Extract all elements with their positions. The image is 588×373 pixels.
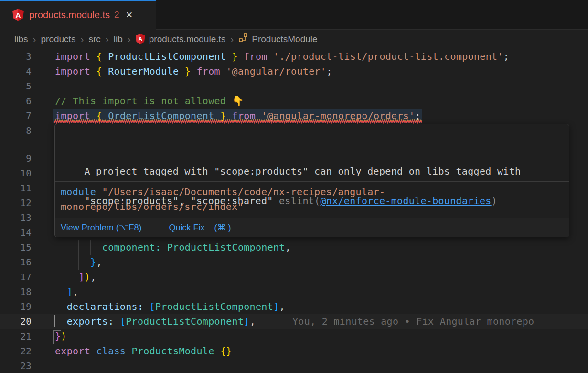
git-blame-annotation: You, 2 minutes ago • Fix Angular monorep…	[292, 314, 534, 329]
code-line-18[interactable]: 18 ],	[0, 285, 588, 299]
line-number: 10	[0, 166, 32, 181]
bracket-pair-guide-col0	[55, 238, 55, 314]
code-line-15[interactable]: 15 component: ProductListComponent,	[0, 240, 588, 255]
code-content: export class ProductsModule {}	[55, 344, 232, 359]
error-squiggle	[54, 119, 422, 124]
code-line-16[interactable]: 16 },	[0, 255, 588, 270]
ts-diagnostic-message: 'OrderListComponent' is declared but its…	[55, 124, 569, 144]
line-number: 18	[0, 285, 32, 299]
line-number: 16	[0, 255, 32, 270]
line-number: 14	[0, 225, 32, 240]
code-line-3[interactable]: 3import { ProductListComponent } from '.…	[0, 49, 588, 64]
line-number: 5	[0, 79, 32, 94]
code-content: ]),	[55, 270, 96, 285]
code-content: ],	[55, 285, 78, 299]
line-number: 22	[0, 344, 32, 359]
code-content: import { RouterModule } from '@angular/r…	[55, 64, 332, 79]
code-line-5[interactable]: 5	[0, 79, 588, 94]
bracket-match-highlight	[53, 330, 61, 344]
hover-status-bar: View Problem (⌥F8) Quick Fix... (⌘.)	[55, 218, 569, 237]
line-number: 15	[0, 240, 32, 255]
view-problem-button[interactable]: View Problem (⌥F8)	[61, 222, 141, 233]
code-content: exports: [ProductListComponent],	[55, 314, 256, 329]
code-line-17[interactable]: 17 ]),	[0, 270, 588, 285]
line-number: 17	[0, 270, 32, 285]
diagnostic-hover-popup: 'OrderListComponent' is declared but its…	[54, 124, 569, 237]
code-line-6[interactable]: 6// This import is not allowed 👇	[0, 94, 588, 109]
module-path-line2: monorepo/libs/orders/src/index"	[61, 201, 244, 212]
line-number: 20	[0, 314, 32, 329]
active-bracket-guide	[54, 315, 55, 327]
line-number: 21	[0, 329, 32, 344]
line-number: 19	[0, 299, 32, 314]
quick-fix-button[interactable]: Quick Fix... (⌘.)	[169, 222, 231, 233]
code-line-19[interactable]: 19 declarations: [ProductListComponent],	[0, 299, 588, 314]
line-number: 8	[0, 123, 32, 138]
indent-guide-col6	[90, 240, 91, 255]
indent-guide-col2	[67, 240, 67, 285]
code-line-23[interactable]: 23	[0, 359, 588, 373]
line-number: 3	[0, 49, 32, 64]
code-line-4[interactable]: 4import { RouterModule } from '@angular/…	[0, 64, 588, 79]
module-path-line1: "/Users/isaac/Documents/code/nx-recipes/…	[96, 186, 385, 197]
module-keyword: module	[61, 186, 96, 197]
vscode-window: { "tab": { "filename": "products.module.…	[0, 0, 588, 373]
line-number: 13	[0, 210, 32, 225]
code-content: declarations: [ProductListComponent],	[55, 299, 285, 314]
code-line-20[interactable]: 20 exports: [ProductListComponent],You, …	[0, 314, 588, 329]
line-number: 6	[0, 94, 32, 109]
line-number: 23	[0, 359, 32, 373]
line-number: 9	[0, 151, 32, 166]
code-line-21[interactable]: 21})	[0, 329, 588, 344]
code-content: // This import is not allowed 👇	[55, 94, 244, 109]
line-number: 7	[0, 109, 32, 123]
module-path-info: module "/Users/isaac/Documents/code/nx-r…	[55, 182, 569, 218]
eslint-diagnostic-message: A project tagged with "scope:products" c…	[55, 144, 569, 182]
code-content: import { ProductListComponent } from './…	[55, 49, 509, 64]
code-line-22[interactable]: 22export class ProductsModule {}	[0, 344, 588, 359]
indent-guide-col4	[78, 240, 79, 270]
eslint-message-line1: A project tagged with "scope:products" c…	[84, 165, 521, 177]
line-number: 11	[0, 181, 32, 196]
line-number: 4	[0, 64, 32, 79]
line-number: 12	[0, 196, 32, 210]
